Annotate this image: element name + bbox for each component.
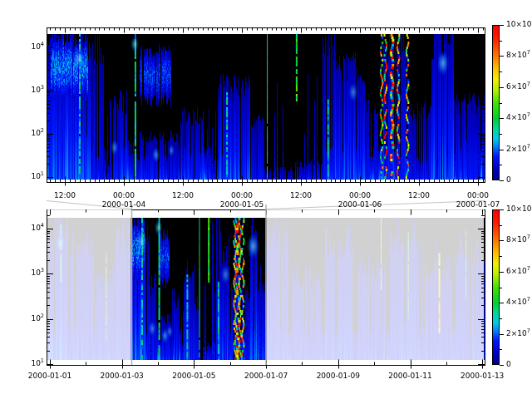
colorbar-tick-label: 10×107	[506, 20, 532, 29]
x-tick-date-label: 2000-01-05	[220, 200, 264, 209]
y-tick-label: 104	[9, 42, 44, 52]
x-tick-time-label: 00:00	[349, 191, 371, 200]
x-tick-date-label: 2000-01-07	[456, 200, 500, 209]
colorbar-tick-label: 2×107	[506, 329, 530, 338]
colorbar-tick-label: 8×107	[506, 51, 530, 60]
spectrogram-canvas	[0, 0, 532, 399]
colorbar-tick-label: 0	[506, 360, 511, 369]
x-tick-date-label: 2000-01-01	[28, 372, 71, 381]
x-tick-date-label: 2000-01-03	[101, 372, 144, 381]
colorbar-tick-label: 10×107	[506, 204, 532, 214]
x-tick-time-label: 00:00	[231, 191, 253, 200]
x-tick-time-label: 00:00	[113, 191, 135, 200]
colorbar-tick-label: 6×107	[506, 267, 530, 276]
colorbar-tick-label: 0	[506, 175, 511, 185]
x-tick-time-label: 00:00	[467, 191, 489, 200]
y-tick-label: 101	[9, 172, 44, 181]
colorbar-tick-label: 4×107	[506, 298, 530, 307]
y-tick-label: 101	[9, 359, 44, 368]
y-tick-label: 102	[9, 314, 44, 323]
x-tick-date-label: 2000-01-09	[317, 372, 360, 381]
x-tick-time-label: 12:00	[172, 191, 194, 200]
x-tick-time-label: 12:00	[54, 191, 76, 200]
y-tick-label: 102	[9, 129, 44, 138]
x-tick-time-label: 12:00	[290, 191, 312, 200]
colorbar-tick-label: 2×107	[506, 145, 530, 154]
y-tick-label: 104	[9, 224, 44, 233]
y-tick-label: 103	[9, 268, 44, 278]
x-tick-date-label: 2000-01-05	[172, 372, 215, 381]
x-tick-date-label: 2000-01-04	[102, 200, 145, 209]
x-tick-date-label: 2000-01-13	[461, 372, 504, 381]
x-tick-date-label: 2000-01-07	[244, 372, 288, 381]
spectrogram-figure: 10110210310410110210310412:0000:002000-0…	[0, 0, 532, 399]
x-tick-date-label: 2000-01-11	[388, 372, 431, 381]
colorbar-tick-label: 4×107	[506, 113, 530, 122]
colorbar-tick-label: 6×107	[506, 82, 530, 91]
x-tick-date-label: 2000-01-06	[338, 200, 382, 209]
colorbar-tick-label: 8×107	[506, 235, 530, 244]
x-tick-time-label: 12:00	[408, 191, 430, 200]
y-tick-label: 103	[9, 86, 44, 95]
